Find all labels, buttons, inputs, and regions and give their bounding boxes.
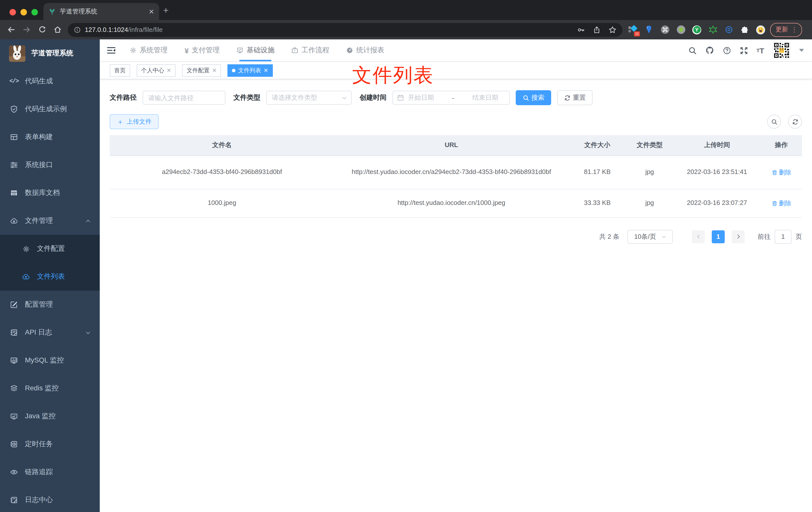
extension-star-icon[interactable] — [708, 25, 717, 34]
extensions-puzzle-icon[interactable] — [740, 25, 749, 34]
sidebar-item-code-gen[interactable]: </> 代码生成 — [0, 67, 100, 95]
cell-file-type: jpg — [626, 156, 673, 189]
refresh-table-button[interactable] — [788, 115, 802, 129]
monitor-chart-icon — [10, 357, 18, 364]
tag-profile[interactable]: 个人中心 ✕ — [137, 64, 176, 77]
user-avatar-qr[interactable] — [773, 41, 790, 59]
sidebar-item-file-manage[interactable]: 文件管理 — [0, 207, 100, 235]
back-button[interactable] — [7, 25, 16, 34]
extension-graydot-icon[interactable] — [676, 25, 685, 34]
nav-workflow[interactable]: 工作流程 — [292, 39, 329, 61]
sidebar-item-db-doc[interactable]: 数据库文档 — [0, 179, 100, 207]
sidebar-item-redis-monitor[interactable]: Redis 监控 — [0, 374, 100, 402]
filter-form: 文件路径 文件类型 请选择文件类型 创建时间 开始日期 - — [110, 90, 802, 105]
help-icon[interactable] — [722, 46, 731, 55]
site-info-icon[interactable] — [74, 26, 81, 33]
sidebar-item-java-monitor[interactable]: Java 监控 — [0, 402, 100, 430]
browser-menu-icon[interactable]: ⋮ — [791, 26, 798, 33]
nav-payment-manage[interactable]: ¥ 支付管理 — [184, 39, 220, 61]
window-zoom-button[interactable] — [31, 9, 38, 16]
address-bar[interactable]: 127.0.0.1:1024/infra/file/file — [68, 23, 622, 37]
prev-page-button[interactable] — [692, 230, 705, 243]
table-row[interactable]: 1000.jpeg http://test.yudao.iocoder.cn/1… — [110, 189, 802, 218]
sidebar-item-mysql-monitor[interactable]: MySQL 监控 — [0, 347, 100, 374]
reload-button[interactable] — [38, 25, 47, 34]
file-type-select[interactable]: 请选择文件类型 — [266, 91, 352, 105]
share-icon[interactable] — [593, 26, 601, 34]
tab-close-icon[interactable]: ✕ — [149, 8, 154, 15]
tag-file-config[interactable]: 文件配置 ✕ — [182, 64, 221, 77]
browser-tab[interactable]: 芋道管理系统 ✕ — [44, 3, 159, 20]
col-header-name: 文件名 — [110, 135, 334, 155]
sidebar-item-label: API 日志 — [25, 328, 52, 337]
table-row[interactable]: a294ecb2-73dd-4353-bf40-296b8931d0bf htt… — [110, 156, 802, 189]
favicon-plant-icon — [48, 8, 56, 15]
delete-button[interactable]: 删除 — [771, 168, 791, 178]
extension-eye-icon[interactable] — [724, 25, 733, 34]
sidebar-item-log-center[interactable]: 日志中心 — [0, 486, 100, 512]
upload-file-button[interactable]: ＋ 上传文件 — [110, 114, 158, 129]
search-button[interactable]: 搜索 — [516, 90, 551, 105]
browser-update-button[interactable]: 更新 ⋮ — [770, 23, 802, 37]
bookmark-star-icon[interactable] — [609, 26, 616, 34]
gear-icon — [22, 245, 30, 252]
forward-button[interactable] — [23, 25, 31, 34]
next-page-button[interactable] — [732, 230, 745, 243]
sidebar-item-file-list[interactable]: 文件列表 — [0, 263, 100, 291]
close-icon[interactable]: ✕ — [212, 67, 216, 73]
nav-statistics[interactable]: 统计报表 — [346, 39, 384, 61]
font-size-icon[interactable]: TT — [756, 46, 764, 55]
profile-avatar-emoji[interactable] — [756, 25, 765, 34]
sidebar-item-form-builder[interactable]: 表单构建 — [0, 123, 100, 151]
password-key-icon[interactable] — [577, 26, 585, 34]
database-table-icon — [10, 189, 18, 197]
sidebar-item-tracing[interactable]: 链路追踪 — [0, 458, 100, 486]
main-area: 系统管理 ¥ 支付管理 基础设施 工作流程 — [100, 39, 812, 512]
app-logo[interactable]: 芋道管理系统 — [0, 39, 100, 67]
sidebar-item-label: 链路追踪 — [25, 468, 53, 477]
window-minimize-button[interactable] — [21, 9, 27, 16]
reset-button[interactable]: 重置 — [557, 90, 592, 105]
extension-balloon-icon[interactable] — [644, 25, 654, 34]
date-range-picker[interactable]: 开始日期 - 结束日期 — [393, 91, 510, 105]
delete-button[interactable]: 删除 — [771, 199, 791, 208]
extension-tabs-icon[interactable]: 11 — [629, 25, 637, 34]
sidebar-item-system-api[interactable]: 系统接口 — [0, 151, 100, 179]
nav-infrastructure[interactable]: 基础设施 — [237, 39, 274, 61]
nav-system-manage[interactable]: 系统管理 — [130, 39, 168, 61]
sidebar-item-api-log[interactable]: API 日志 — [0, 319, 100, 347]
tag-home[interactable]: 首页 — [110, 64, 130, 77]
cloud-upload-icon — [22, 273, 30, 281]
sidebar-item-scheduled-tasks[interactable]: 定时任务 — [0, 430, 100, 458]
extension-y-icon[interactable]: Y — [692, 25, 701, 34]
goto-page-input[interactable] — [775, 230, 791, 244]
sidebar-item-config-manage[interactable]: 配置管理 — [0, 291, 100, 319]
table-toolbar: ＋ 上传文件 — [110, 114, 802, 129]
close-icon[interactable]: ✕ — [167, 67, 171, 73]
nav-label: 工作流程 — [301, 46, 329, 55]
sidebar-item-file-config[interactable]: 文件配置 — [0, 235, 100, 263]
sidebar-collapse-icon[interactable] — [107, 47, 116, 54]
extension-command-icon[interactable] — [660, 25, 669, 34]
select-placeholder: 请选择文件类型 — [272, 93, 317, 102]
header-actions: TT — [688, 41, 812, 59]
sidebar-item-label: 表单构建 — [25, 132, 53, 142]
window-close-button[interactable] — [9, 9, 16, 16]
new-tab-button[interactable]: + — [163, 5, 169, 16]
infra-check-icon — [237, 47, 244, 54]
home-button[interactable] — [53, 25, 62, 34]
avatar-caret-icon[interactable] — [799, 49, 804, 52]
log-edit-icon — [10, 329, 18, 336]
fullscreen-icon[interactable] — [740, 46, 748, 55]
file-path-input[interactable] — [143, 91, 226, 105]
sidebar-item-code-demo[interactable]: 代码生成示例 — [0, 95, 100, 123]
tag-file-list[interactable]: 文件列表 ✕ — [228, 64, 272, 77]
search-icon[interactable] — [688, 46, 697, 55]
github-icon[interactable] — [705, 46, 714, 55]
page-size-select[interactable]: 10条/页 — [628, 230, 673, 244]
page-size-value: 10条/页 — [634, 232, 656, 241]
toggle-search-button[interactable] — [767, 115, 781, 129]
close-icon[interactable]: ✕ — [264, 67, 268, 73]
search-label: 搜索 — [531, 93, 544, 102]
page-number-current[interactable]: 1 — [712, 230, 725, 243]
